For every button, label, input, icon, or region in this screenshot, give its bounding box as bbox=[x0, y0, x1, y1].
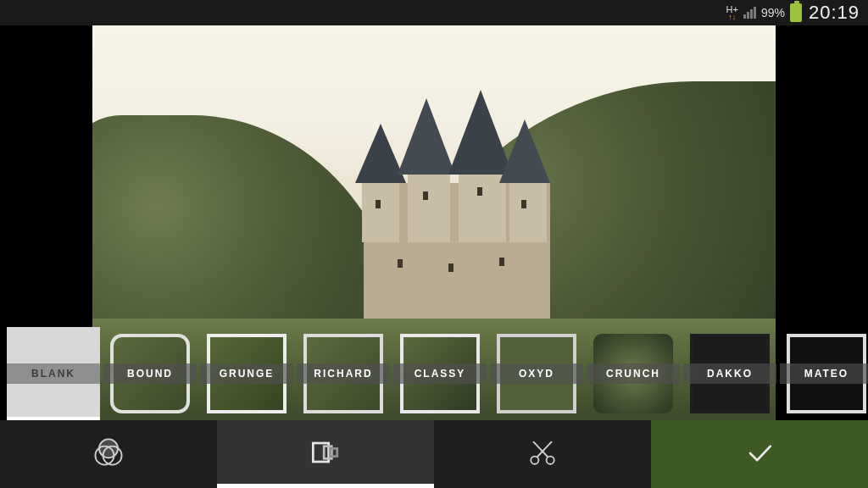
tab-frames[interactable] bbox=[217, 420, 434, 488]
filter-bound[interactable]: BOUND bbox=[103, 327, 197, 420]
filter-label-band: MATEO bbox=[780, 363, 868, 384]
photo-castle bbox=[347, 90, 567, 327]
filter-crunch[interactable]: CRUNCH bbox=[587, 327, 680, 420]
filter-grunge[interactable]: GRUNGE bbox=[200, 327, 293, 420]
filter-label: BOUND bbox=[127, 368, 173, 380]
filter-label: RICHARD bbox=[314, 368, 372, 380]
frame-filter-strip[interactable]: BLANK BOUND GRUNGE RICHARD CLASSY OXYD bbox=[0, 327, 868, 420]
status-clock: 20:19 bbox=[809, 2, 860, 24]
filter-label: BLANK bbox=[31, 368, 75, 380]
filter-classy[interactable]: CLASSY bbox=[393, 327, 487, 420]
filter-label: MATEO bbox=[804, 368, 849, 380]
svg-line-8 bbox=[537, 441, 552, 457]
filter-blank[interactable]: BLANK bbox=[7, 327, 100, 420]
filter-label: GRUNGE bbox=[220, 368, 275, 380]
filter-dakko[interactable]: DAKKO bbox=[683, 327, 776, 420]
filter-label-band: CLASSY bbox=[393, 363, 487, 384]
venn-icon bbox=[90, 434, 127, 474]
filter-label-band: GRUNGE bbox=[200, 363, 293, 384]
battery-icon bbox=[790, 3, 802, 22]
network-type-indicator: H+ ↑↓ bbox=[726, 5, 738, 20]
svg-point-7 bbox=[547, 457, 554, 464]
filter-label-band: DAKKO bbox=[683, 363, 776, 384]
filter-label-band: OXYD bbox=[490, 363, 583, 384]
svg-line-9 bbox=[533, 441, 548, 457]
android-status-bar: H+ ↑↓ 99% 20:19 bbox=[0, 0, 868, 25]
signal-strength-icon bbox=[743, 7, 756, 19]
filter-label-band: RICHARD bbox=[297, 363, 390, 384]
frames-icon bbox=[307, 434, 344, 474]
check-icon bbox=[741, 434, 778, 474]
battery-percentage: 99% bbox=[761, 6, 785, 19]
tab-confirm[interactable] bbox=[651, 420, 868, 488]
svg-point-6 bbox=[531, 457, 538, 464]
tab-crop[interactable] bbox=[434, 420, 651, 488]
filter-label-band: CRUNCH bbox=[587, 363, 680, 384]
filter-label: OXYD bbox=[519, 368, 554, 380]
filter-label-band: BOUND bbox=[103, 363, 197, 384]
filter-richard[interactable]: RICHARD bbox=[297, 327, 390, 420]
data-arrows-icon: ↑↓ bbox=[728, 14, 736, 20]
bottom-toolbar bbox=[0, 420, 868, 488]
tab-effects[interactable] bbox=[0, 420, 217, 488]
filter-label: DAKKO bbox=[707, 368, 753, 380]
filter-mateo[interactable]: MATEO bbox=[780, 327, 868, 420]
scissors-icon bbox=[524, 434, 561, 474]
filter-oxyd[interactable]: OXYD bbox=[490, 327, 583, 420]
svg-rect-5 bbox=[331, 448, 337, 456]
filter-label: CRUNCH bbox=[606, 368, 660, 380]
filter-label: CLASSY bbox=[415, 368, 466, 380]
filter-label-band: BLANK bbox=[7, 363, 100, 384]
